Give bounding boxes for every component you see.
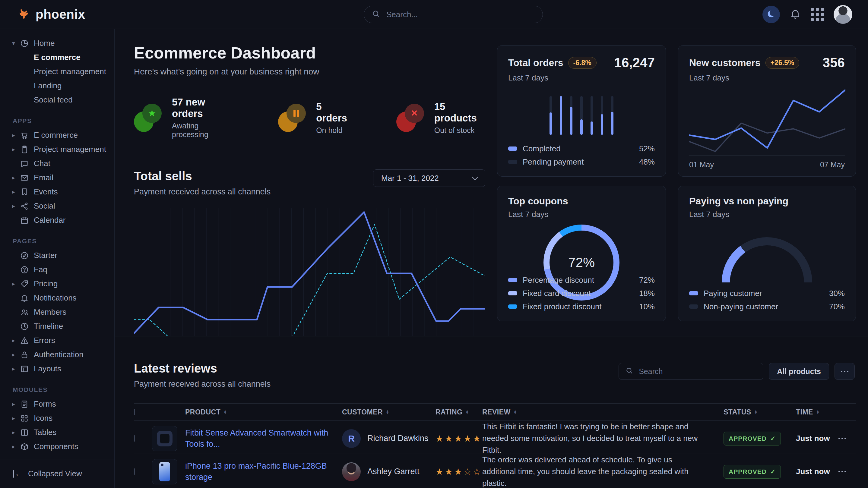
order-bar (601, 96, 603, 135)
collapse-view-button[interactable]: ← Collapsed View (0, 459, 114, 488)
sidebar-item-authentication[interactable]: Authentication (0, 348, 114, 362)
column-header-time[interactable]: TIME▲▼ (796, 408, 838, 416)
page-title: Ecommerce Dashboard (134, 43, 485, 62)
sidebar-item-notifications[interactable]: Notifications (0, 291, 114, 305)
sidebar-item-label: Faq (34, 265, 48, 274)
out-of-stock-x-icon: ✕ (396, 104, 424, 132)
reviews-more-button[interactable] (835, 363, 855, 380)
product-link[interactable]: iPhone 13 pro max-Pacific Blue-128GB sto… (185, 461, 342, 483)
row-checkbox[interactable] (134, 468, 135, 475)
customer-avatar[interactable] (342, 462, 361, 481)
sidebar-subitem-landing[interactable]: Landing (0, 79, 114, 93)
review-text: The order was delivered ahead of schedul… (482, 454, 723, 488)
share-icon (20, 202, 34, 211)
clipboard-icon (20, 145, 34, 154)
sidebar-item-tables[interactable]: Tables (0, 425, 114, 440)
caret-icon (12, 429, 20, 436)
caret-icon (12, 40, 20, 47)
theme-toggle-button[interactable] (763, 6, 780, 23)
legend-row: Pending payment 48% (508, 155, 655, 168)
select-all-checkbox[interactable] (134, 409, 135, 415)
sidebar-item-label: Email (34, 173, 53, 182)
sidebar-item-icons[interactable]: Icons (0, 411, 114, 425)
stat-value: 57 new orders (172, 96, 233, 119)
legend-label: Completed (523, 144, 561, 154)
global-search-input[interactable] (386, 10, 535, 20)
sidebar-item-events[interactable]: Events (0, 185, 114, 199)
card-title: New customers (689, 57, 761, 68)
reviews-search[interactable] (619, 363, 763, 380)
legend-row: Fixed card discount 18% (508, 287, 655, 300)
sidebar-subitem-e-commerce[interactable]: E commerce (0, 50, 114, 65)
sidebar-item-starter[interactable]: Starter (0, 248, 114, 263)
layout-icon (20, 364, 34, 373)
column-header-customer[interactable]: CUSTOMER▲▼ (342, 408, 435, 416)
tag-icon (20, 280, 34, 289)
sidebar-item-label: Members (34, 307, 66, 317)
reviews-search-input[interactable] (638, 367, 756, 376)
sort-icon: ▲▼ (754, 410, 757, 414)
caret-icon (12, 400, 20, 408)
column-header-status[interactable]: STATUS▲▼ (723, 408, 796, 416)
new-orders-star-icon: ★ (134, 104, 162, 132)
top-nav: phoenix (0, 0, 868, 29)
orders-bar-chart (550, 96, 614, 135)
sidebar-item-email[interactable]: Email (0, 171, 114, 185)
search-icon (372, 10, 380, 19)
legend-row: Completed 52% (508, 142, 655, 155)
row-more-icon[interactable] (838, 471, 856, 472)
product-thumbnail[interactable] (152, 426, 177, 451)
sidebar-subitem-project-management[interactable]: Project management (0, 65, 114, 79)
ellipsis-icon (841, 371, 848, 372)
all-products-button[interactable]: All products (769, 363, 829, 380)
card-title: Top coupons (508, 196, 568, 207)
sidebar-item-members[interactable]: Members (0, 305, 114, 319)
column-header-review[interactable]: REVIEW▲▼ (482, 408, 723, 416)
sidebar-item-faq[interactable]: Faq (0, 263, 114, 277)
sort-icon: ▲▼ (223, 410, 227, 414)
sidebar-item-social[interactable]: Social (0, 199, 114, 213)
sidebar-item-timeline[interactable]: Timeline (0, 319, 114, 333)
review-time: Just now (796, 467, 838, 476)
clock-icon (20, 322, 34, 331)
product-link[interactable]: Fitbit Sense Advanced Smartwatch with To… (185, 427, 342, 449)
row-checkbox[interactable] (134, 435, 135, 442)
sidebar-item-home[interactable]: Home (0, 36, 114, 50)
sidebar-section-pages: PAGES (13, 237, 114, 245)
sidebar-item-calendar[interactable]: Calendar (0, 213, 114, 227)
all-products-label: All products (777, 367, 821, 376)
notifications-button[interactable] (789, 8, 801, 21)
sidebar-item-layouts[interactable]: Layouts (0, 362, 114, 376)
sidebar-item-e-commerce[interactable]: E commerce (0, 128, 114, 142)
status-badge: APPROVED (723, 432, 781, 446)
legend-label: Paying customer (704, 289, 762, 298)
customer-cell: R Richard Dawkins (342, 429, 435, 448)
row-more-icon[interactable] (838, 438, 856, 439)
user-avatar[interactable] (834, 5, 852, 24)
caret-icon (12, 146, 20, 153)
sidebar-item-project-management[interactable]: Project management (0, 142, 114, 157)
date-range-select[interactable]: Mar 1 - 31, 2022 (373, 169, 485, 187)
table-icon (20, 428, 34, 437)
apps-menu-button[interactable] (811, 8, 824, 21)
sidebar-nav: HomeE commerceProject managementLandingS… (0, 36, 114, 454)
reviews-subtitle: Payment received across all channels (134, 380, 856, 389)
lock-icon (20, 350, 34, 359)
customer-name: Ashley Garrett (367, 467, 420, 476)
column-header-rating[interactable]: RATING▲▼ (435, 408, 482, 416)
brand-logo[interactable]: phoenix (17, 0, 85, 29)
sidebar-item-chat[interactable]: Chat (0, 157, 114, 171)
status-badge: APPROVED (723, 465, 781, 479)
order-bar (591, 96, 593, 135)
sidebar-item-pricing[interactable]: Pricing (0, 277, 114, 291)
sidebar-item-forms[interactable]: Forms (0, 397, 114, 411)
column-header-product[interactable]: PRODUCT▲▼ (185, 408, 342, 416)
sidebar-item-label: Forms (34, 399, 56, 409)
sidebar-item-errors[interactable]: Errors (0, 333, 114, 348)
product-thumbnail[interactable] (152, 459, 177, 484)
sidebar-subitem-social-feed[interactable]: Social feed (0, 93, 114, 107)
global-search[interactable] (364, 6, 543, 23)
customer-avatar[interactable]: R (342, 429, 361, 448)
sidebar-item-components[interactable]: Components (0, 440, 114, 454)
smartwatch-image (157, 431, 173, 446)
